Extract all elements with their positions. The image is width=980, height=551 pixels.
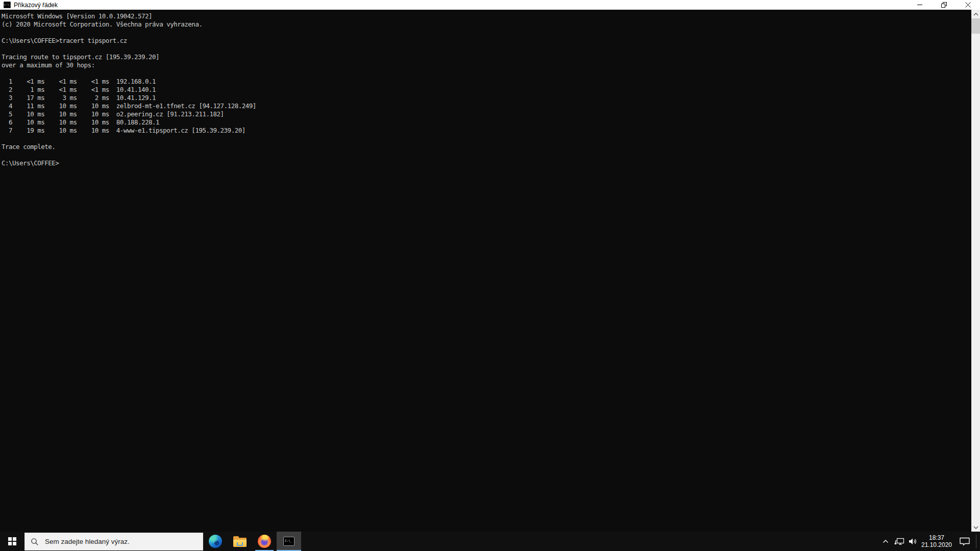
windows-logo-pane: [8, 542, 12, 545]
taskbar: Sem zadejte hledaný výraz. C:\_: [0, 532, 980, 551]
action-center-button[interactable]: [953, 532, 976, 551]
scroll-up-button[interactable]: [971, 10, 980, 18]
ethernet-icon: [894, 537, 905, 546]
file-explorer-icon: [233, 536, 247, 547]
clock-date: 21.10.2020: [921, 541, 952, 548]
cmd-app-icon: C:\.: [4, 2, 11, 8]
notification-icon: [959, 537, 970, 546]
minimize-button[interactable]: [908, 0, 932, 10]
edge-icon: [209, 535, 222, 548]
firefox-icon: [258, 535, 271, 548]
speaker-icon: [909, 538, 918, 545]
windows-logo-pane: [13, 537, 16, 541]
start-button[interactable]: [0, 532, 24, 551]
command-prompt-icon: C:\_: [283, 537, 295, 546]
restore-button[interactable]: [932, 0, 956, 10]
show-desktop-button[interactable]: [976, 535, 980, 548]
folder-clip: [237, 542, 243, 546]
caption-buttons: [908, 0, 980, 10]
volume-button[interactable]: [906, 532, 920, 551]
restore-icon: [941, 2, 947, 8]
show-hidden-icons-button[interactable]: [879, 532, 892, 551]
windows-logo-pane: [13, 542, 16, 545]
taskbar-app-file-explorer[interactable]: [228, 532, 252, 551]
clock-time: 18:37: [929, 534, 944, 541]
console-window[interactable]: Microsoft Windows [Version 10.0.19042.57…: [0, 10, 980, 532]
search-icon: [31, 538, 39, 546]
window-titlebar[interactable]: C:\. Příkazový řádek: [0, 0, 980, 10]
taskbar-app-command-prompt[interactable]: C:\_: [277, 532, 301, 551]
windows-logo-pane: [8, 537, 12, 541]
system-tray: 18:37 21.10.2020: [879, 532, 980, 551]
close-button[interactable]: [956, 0, 980, 10]
window-title: Příkazový řádek: [14, 2, 58, 9]
vertical-scrollbar[interactable]: [971, 10, 980, 532]
network-status-button[interactable]: [892, 532, 906, 551]
chevron-up-icon: [883, 539, 889, 543]
taskbar-empty-area: [301, 532, 879, 551]
console-output: Microsoft Windows [Version 10.0.19042.57…: [0, 10, 980, 167]
taskbar-app-firefox[interactable]: [252, 532, 277, 551]
windows-logo-icon: [8, 537, 16, 545]
search-placeholder: Sem zadejte hledaný výraz.: [45, 538, 130, 545]
close-icon: [965, 2, 971, 8]
scroll-down-button[interactable]: [971, 523, 980, 532]
minimize-icon: [917, 2, 923, 8]
taskbar-search-input[interactable]: Sem zadejte hledaný výraz.: [24, 533, 203, 550]
chevron-up-icon: [973, 13, 978, 16]
chevron-down-icon: [973, 526, 978, 529]
taskbar-app-edge[interactable]: [203, 532, 228, 551]
scrollbar-thumb[interactable]: [971, 18, 980, 34]
taskbar-clock[interactable]: 18:37 21.10.2020: [920, 532, 953, 551]
